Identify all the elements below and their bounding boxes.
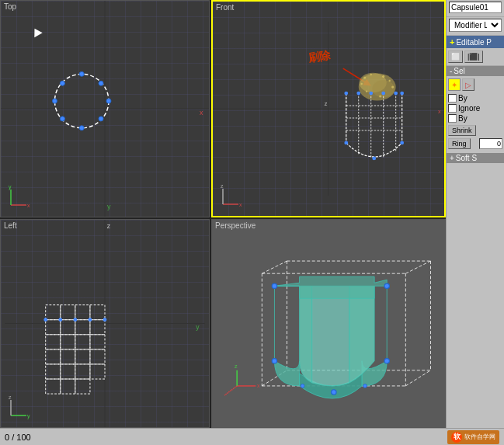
- ignore-checkbox[interactable]: [448, 104, 457, 113]
- svg-text:z: z: [9, 395, 12, 400]
- svg-rect-69: [75, 320, 90, 335]
- svg-point-108: [384, 359, 389, 363]
- svg-rect-77: [90, 364, 105, 379]
- svg-text:z: z: [235, 363, 238, 370]
- perspective-view-svg: x z: [212, 220, 445, 427]
- svg-point-26: [370, 74, 372, 75]
- svg-text:x: x: [200, 109, 203, 116]
- svg-line-94: [405, 261, 430, 273]
- svg-point-4: [106, 99, 111, 103]
- shrink-button[interactable]: Shrink: [448, 125, 476, 136]
- svg-rect-79: [61, 305, 75, 320]
- svg-point-107: [272, 359, 276, 363]
- svg-point-86: [103, 318, 107, 322]
- svg-point-8: [99, 116, 103, 121]
- ring-row: Ring: [447, 137, 504, 150]
- svg-point-105: [272, 283, 276, 288]
- svg-point-5: [79, 126, 84, 130]
- svg-rect-71: [75, 349, 90, 364]
- svg-line-116: [224, 386, 237, 395]
- svg-point-27: [382, 75, 384, 78]
- sel-edge-btn[interactable]: ▷: [462, 78, 474, 91]
- svg-rect-62: [46, 364, 61, 379]
- svg-point-109: [332, 390, 336, 395]
- svg-point-45: [381, 92, 385, 96]
- svg-rect-73: [75, 379, 90, 394]
- svg-point-84: [73, 318, 77, 322]
- svg-text:x: x: [257, 382, 260, 389]
- svg-rect-80: [75, 305, 90, 320]
- by-checkbox-1[interactable]: [448, 94, 457, 103]
- svg-text:x: x: [438, 108, 441, 115]
- svg-point-85: [89, 318, 92, 322]
- viewports-grid: Top: [0, 0, 446, 428]
- status-bar: 0 / 100 软 软件自学网: [0, 428, 504, 445]
- watermark-text: 软件自学网: [464, 433, 495, 441]
- viewport-top[interactable]: Top: [0, 0, 210, 217]
- svg-line-95: [262, 261, 287, 273]
- svg-point-10: [60, 116, 64, 121]
- viewport-left[interactable]: Left: [0, 219, 210, 428]
- svg-text:z: z: [221, 183, 224, 189]
- svg-point-47: [400, 92, 404, 96]
- front-view-svg: 刷除: [213, 2, 444, 216]
- object-name-input[interactable]: [449, 2, 502, 13]
- left-view-axes: y z: [7, 394, 34, 421]
- svg-point-82: [43, 318, 47, 322]
- viewport-front[interactable]: Front 刷除: [211, 0, 446, 217]
- modifier-stack-item[interactable]: + Editable P: [447, 36, 504, 48]
- svg-line-102: [405, 370, 430, 386]
- svg-point-50: [372, 157, 376, 161]
- svg-text:y: y: [9, 184, 12, 190]
- svg-point-31: [361, 83, 363, 85]
- svg-point-49: [400, 141, 404, 145]
- ignore-checkbox-row: Ignore: [447, 103, 504, 113]
- shrink-row: Shrink: [447, 123, 504, 137]
- soft-sel-header: + Soft S: [447, 153, 504, 163]
- viewport-perspective[interactable]: Perspective: [211, 219, 446, 428]
- sel-mode-row: ✦ ▷: [447, 76, 504, 93]
- svg-rect-64: [61, 320, 75, 335]
- svg-point-83: [58, 318, 62, 322]
- expand-icon: +: [450, 37, 454, 47]
- svg-point-111: [363, 384, 367, 388]
- toolbar-btn-1[interactable]: ⬜: [448, 50, 463, 63]
- modifier-list-section: Modifier List: [447, 17, 504, 36]
- svg-rect-72: [75, 364, 90, 379]
- by-checkbox-row-1: By: [447, 93, 504, 103]
- by-checkbox-2[interactable]: [448, 114, 457, 123]
- top-view-axes: x y: [7, 183, 34, 210]
- svg-point-30: [366, 90, 367, 92]
- watermark: 软 软件自学网: [447, 430, 499, 444]
- sel-minus: -: [450, 67, 452, 75]
- object-name-section: [447, 0, 504, 17]
- sel-vertex-btn[interactable]: ✦: [448, 78, 461, 91]
- soft-sel-label: Soft S: [456, 154, 477, 162]
- svg-point-3: [79, 71, 84, 76]
- svg-rect-75: [90, 335, 105, 349]
- svg-text:x: x: [239, 202, 242, 207]
- svg-rect-66: [61, 349, 75, 364]
- ring-button[interactable]: Ring: [448, 138, 471, 149]
- modifier-list-dropdown[interactable]: Modifier List: [449, 19, 502, 32]
- soft-expand-icon: +: [450, 154, 454, 162]
- svg-point-46: [394, 92, 398, 96]
- front-view-axes: x z: [219, 183, 246, 210]
- svg-text:z: z: [325, 100, 328, 107]
- svg-rect-65: [61, 335, 75, 349]
- svg-point-106: [384, 283, 389, 288]
- svg-rect-61: [46, 349, 61, 364]
- ring-value-input[interactable]: [479, 138, 502, 149]
- svg-text:y: y: [107, 203, 111, 210]
- toolbar-btn-2[interactable]: |⬛|: [464, 50, 483, 63]
- svg-text:y: y: [27, 413, 30, 419]
- svg-text:刷除: 刷除: [307, 48, 332, 64]
- svg-rect-68: [61, 379, 75, 394]
- by-checkbox-row-2: By: [447, 113, 504, 123]
- svg-point-44: [369, 92, 373, 96]
- svg-point-6: [53, 99, 57, 103]
- svg-rect-60: [46, 335, 61, 349]
- svg-point-7: [99, 81, 103, 85]
- svg-point-43: [356, 92, 360, 96]
- svg-point-110: [301, 384, 304, 388]
